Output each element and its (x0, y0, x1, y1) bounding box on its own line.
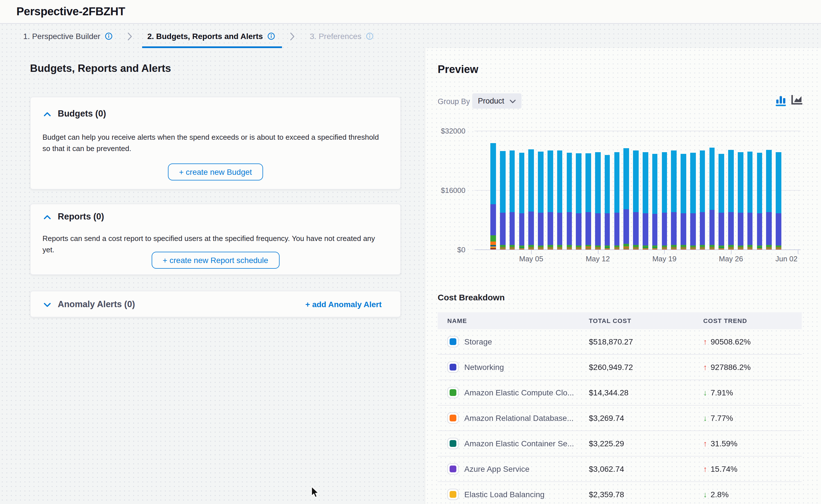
table-header-row: NAME TOTAL COST COST TREND (438, 312, 802, 329)
chart-bar-segment (671, 212, 677, 245)
y-axis-label: $32000 (426, 126, 465, 135)
row-total-cost: $3,269.74 (589, 413, 703, 423)
chart-bar-segment (614, 152, 620, 213)
chart-bar-segment (595, 245, 600, 247)
chart-bar-segment (700, 150, 705, 212)
chart-bar[interactable] (738, 152, 743, 249)
chart-bar[interactable] (510, 150, 515, 249)
budgets-card-header[interactable]: Budgets (0) (44, 109, 106, 119)
legend-chip (447, 463, 459, 475)
chart-bar[interactable] (519, 153, 524, 249)
mouse-cursor-icon (311, 486, 319, 501)
x-axis-tick (531, 249, 532, 254)
chart-bar[interactable] (595, 152, 600, 249)
chart-bar[interactable] (528, 149, 534, 249)
x-axis-label: May 19 (648, 255, 682, 263)
legend-chip (447, 387, 459, 398)
chart-bar-segment (662, 245, 667, 247)
chart-bar[interactable] (709, 148, 715, 249)
chart-bar[interactable] (700, 150, 705, 249)
add-anomaly-alert-link[interactable]: + add Anomaly Alert (306, 300, 382, 309)
chart-bar[interactable] (766, 150, 772, 249)
create-report-schedule-button[interactable]: + create new Report schedule (151, 252, 280, 269)
chart-bar[interactable] (624, 148, 629, 249)
chart-bar-segment (500, 151, 505, 213)
tab-perspective-builder[interactable]: 1. Perspective Builder (23, 24, 113, 48)
chart-bar[interactable] (652, 154, 658, 249)
chart-bar-segment (547, 245, 553, 247)
chart-bar-segment (652, 245, 658, 247)
chart-bar-segment (728, 249, 734, 249)
chart-bar[interactable] (605, 155, 610, 249)
anomaly-alerts-card: Anomaly Alerts (0) + add Anomaly Alert (30, 291, 401, 317)
chart-bar-segment (576, 153, 581, 213)
tab-budgets-reports-alerts[interactable]: 2. Budgets, Reports and Alerts (147, 24, 275, 48)
arrow-down-icon: ↓ (703, 490, 707, 499)
chart-bar-segment (700, 249, 705, 249)
chart-bar-segment (719, 213, 724, 245)
anomaly-card-header[interactable]: Anomaly Alerts (0) (44, 299, 135, 309)
chart-bar-segment (728, 150, 734, 212)
chart-bar-segment (681, 213, 686, 245)
chart-bar[interactable] (681, 154, 686, 249)
chevron-right-icon (290, 32, 295, 40)
chart-bar[interactable] (500, 151, 505, 249)
chart-bar[interactable] (566, 153, 572, 249)
chart-bar-segment (624, 209, 629, 244)
chart-bar-segment (557, 212, 562, 245)
chart-bar[interactable] (538, 152, 543, 249)
create-budget-button[interactable]: + create new Budget (167, 163, 263, 180)
chart-bar-segment (566, 249, 572, 249)
arrow-down-icon: ↓ (703, 388, 707, 397)
chart-bar[interactable] (728, 150, 734, 249)
chart-bar[interactable] (547, 150, 553, 249)
legend-chip (447, 361, 459, 373)
legend-chip (447, 336, 459, 347)
budgets-card-title: Budgets (0) (58, 109, 106, 119)
chart-bar[interactable] (747, 152, 753, 249)
chart-bar-segment (490, 241, 496, 245)
row-name: Elastic Load Balancing (464, 490, 544, 499)
chart-bar-segment (757, 153, 762, 213)
area-chart-icon[interactable] (791, 94, 803, 106)
chevron-right-icon (127, 32, 132, 40)
chart-bar[interactable] (557, 151, 562, 249)
tab-preferences[interactable]: 3. Preferences (310, 24, 374, 48)
y-gridline (474, 131, 801, 131)
chart-bar[interactable] (633, 151, 639, 249)
chart-bar-segment (490, 247, 496, 249)
row-total-cost: $3,062.74 (589, 464, 703, 473)
chart-bar-segment (709, 148, 715, 210)
chevron-up-icon[interactable] (44, 109, 51, 119)
chart-bar-segment (652, 249, 658, 249)
chart-bar-segment (662, 249, 667, 249)
tab-label: 1. Perspective Builder (23, 32, 100, 41)
chart-bar[interactable] (662, 152, 667, 249)
bar-chart-icon[interactable] (776, 94, 787, 106)
reports-card-header[interactable]: Reports (0) (44, 212, 104, 222)
chart-bar[interactable] (757, 153, 762, 249)
group-by-dropdown[interactable]: Product (472, 93, 521, 109)
info-icon[interactable] (268, 32, 276, 40)
chart-bar[interactable] (614, 152, 620, 249)
chevron-down-icon (509, 97, 515, 105)
chart-bar[interactable] (776, 152, 781, 249)
chart-bar[interactable] (490, 143, 496, 249)
chevron-down-icon[interactable] (44, 299, 51, 309)
table-body: Storage$518,870.27↑90508.62%Networking$2… (438, 329, 802, 504)
chart-bar[interactable] (671, 150, 677, 249)
chart-bar-segment (576, 213, 581, 245)
info-icon[interactable] (105, 32, 113, 40)
chart-bar[interactable] (719, 154, 724, 249)
chart-bar[interactable] (585, 153, 591, 249)
table-row: Amazon Relational Database...$3,269.74↓7… (438, 406, 802, 431)
chart-bar-segment (766, 245, 772, 247)
chevron-up-icon[interactable] (44, 212, 51, 222)
chart-bar[interactable] (576, 153, 581, 249)
table-row: Elastic Load Balancing$2,359.78↓2.8% (438, 482, 802, 504)
chart-bar-segment (776, 249, 781, 249)
chart-bar[interactable] (690, 153, 696, 249)
chart-bar-segment (576, 249, 581, 249)
chart-bar-segment (566, 153, 572, 212)
chart-bar[interactable] (643, 152, 648, 249)
